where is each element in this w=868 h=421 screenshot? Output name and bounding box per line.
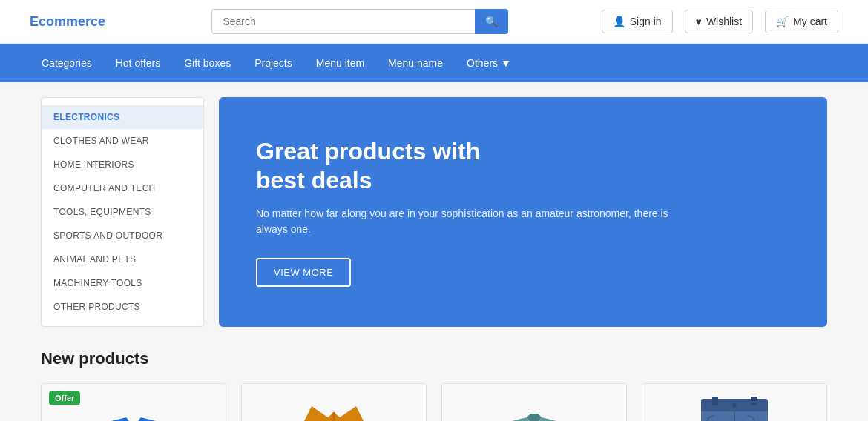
new-products-section: New products Offer: [41, 349, 827, 421]
product-image-blue-tshirt: Offer: [42, 384, 226, 421]
sidebar: Electronics Clothes and wear Home interi…: [41, 97, 204, 327]
wishlist-button[interactable]: ♥ Wishlist: [685, 10, 754, 33]
nav-item-projects[interactable]: Projects: [243, 44, 304, 82]
product-image-orange-jacket: [242, 384, 426, 421]
top-section: Electronics Clothes and wear Home interi…: [41, 97, 827, 327]
search-input[interactable]: [211, 9, 475, 34]
main-content: Electronics Clothes and wear Home interi…: [26, 97, 842, 421]
jacket-orange-image: [289, 399, 378, 421]
new-products-title: New products: [41, 349, 827, 368]
navbar: Categories Hot offers Gift boxes Project…: [0, 44, 868, 82]
sidebar-item-tools-equipments[interactable]: Tools, equipments: [42, 200, 203, 224]
sidebar-item-animal-and-pets[interactable]: Animal and pets: [42, 248, 203, 271]
cart-icon: 🛒: [776, 16, 789, 27]
sidebar-item-home-interiors[interactable]: Home interiors: [42, 153, 203, 176]
nav-item-menu-item[interactable]: Menu item: [304, 44, 376, 82]
product-card-blue-jeans[interactable]: [642, 383, 827, 421]
polo-teal-image: [490, 406, 579, 421]
search-icon: 🔍: [485, 16, 498, 27]
chevron-down-icon: ▼: [501, 57, 511, 69]
svg-marker-10: [527, 414, 542, 421]
heart-icon: ♥: [696, 16, 702, 27]
sidebar-item-other-products[interactable]: Other products: [42, 295, 203, 319]
nav-item-gift-boxes[interactable]: Gift boxes: [172, 44, 243, 82]
product-image-teal-polo: [442, 384, 626, 421]
banner-view-more-button[interactable]: VIEW MORE: [256, 258, 351, 287]
product-card-orange-jacket[interactable]: [241, 383, 427, 421]
banner: Great products withbest deals No matter …: [219, 97, 827, 327]
sidebar-item-sports-and-outdoor[interactable]: Sports and outdoor: [42, 224, 203, 248]
banner-title: Great products withbest deals: [256, 137, 790, 194]
nav-item-menu-name[interactable]: Menu name: [376, 44, 455, 82]
product-image-blue-jeans: [642, 384, 826, 421]
wishlist-label: Wishlist: [706, 16, 742, 27]
offer-badge: Offer: [49, 391, 80, 405]
sidebar-item-electronics[interactable]: Electronics: [42, 105, 203, 129]
sign-in-button[interactable]: 👤 Sign in: [602, 10, 673, 33]
sidebar-item-clothes-and-wear[interactable]: Clothes and wear: [42, 129, 203, 153]
nav-item-categories[interactable]: Categories: [30, 44, 104, 82]
search-bar: 🔍: [211, 9, 508, 34]
svg-rect-15: [751, 397, 757, 405]
my-cart-label: My cart: [793, 16, 827, 27]
products-grid: Offer: [41, 383, 827, 421]
product-card-teal-polo[interactable]: [441, 383, 627, 421]
jeans-blue-image: [694, 395, 775, 421]
search-button[interactable]: 🔍: [475, 9, 508, 34]
logo[interactable]: Ecommerce: [30, 14, 119, 30]
nav-item-hot-offers[interactable]: Hot offers: [104, 44, 172, 82]
header: Ecommerce 🔍 👤 Sign in ♥ Wishlist 🛒 My ca…: [0, 0, 868, 44]
svg-marker-0: [104, 417, 163, 421]
person-icon: 👤: [613, 16, 625, 27]
sidebar-item-machinery-tools[interactable]: Machinery tools: [42, 271, 203, 295]
sign-in-label: Sign in: [630, 16, 662, 27]
banner-subtitle: No matter how far along you are in your …: [256, 206, 671, 237]
tshirt-blue-image: [89, 406, 178, 421]
nav-item-others[interactable]: Others ▼: [455, 44, 523, 82]
product-card-blue-tshirt[interactable]: Offer: [41, 383, 226, 421]
header-actions: 👤 Sign in ♥ Wishlist 🛒 My cart: [602, 10, 838, 33]
sidebar-item-computer-and-tech[interactable]: Computer and tech: [42, 176, 203, 200]
svg-rect-14: [712, 397, 718, 405]
my-cart-button[interactable]: 🛒 My cart: [765, 10, 838, 33]
svg-point-22: [732, 403, 737, 408]
